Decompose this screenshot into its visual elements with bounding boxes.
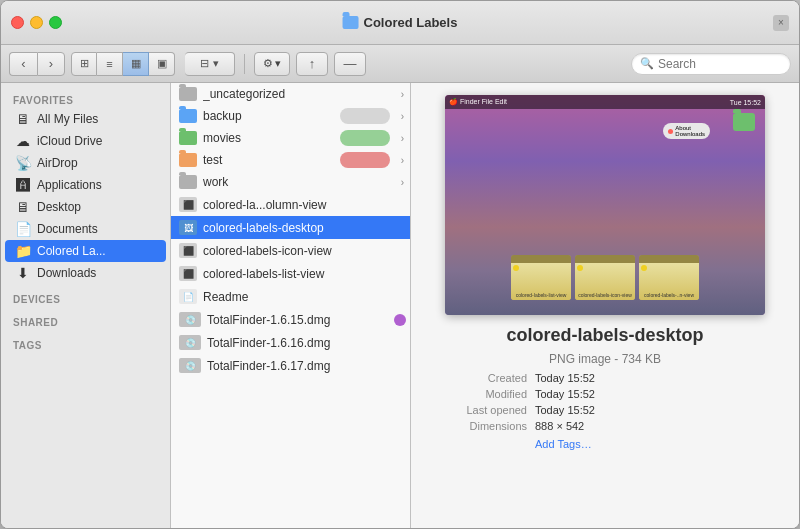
file-name-tf-1617: TotalFinder-1.6.17.dmg xyxy=(207,359,402,373)
sidebar-item-downloads[interactable]: ⬇ Downloads xyxy=(5,262,166,284)
file-item-test[interactable]: test › xyxy=(171,149,410,171)
arrow-icon-uncategorized: › xyxy=(401,89,404,100)
favorites-section-title: Favorites xyxy=(1,91,170,108)
detail-row-dimensions: Dimensions 888 × 542 xyxy=(445,418,765,434)
tab-close-button[interactable]: × xyxy=(773,15,789,31)
view-cover-button[interactable]: ▣ xyxy=(149,52,175,76)
file-icon-tf-1615: 💿 xyxy=(179,312,201,327)
label-dot-tf-1615 xyxy=(394,314,406,326)
search-input[interactable] xyxy=(658,57,782,71)
file-item-tf-1615[interactable]: 💿 TotalFinder-1.6.15.dmg xyxy=(171,308,410,331)
file-item-backup[interactable]: backup › xyxy=(171,105,410,127)
minimize-button[interactable] xyxy=(30,16,43,29)
file-icon-tf-1617: 💿 xyxy=(179,358,201,373)
preview-file-type: PNG image - 734 KB xyxy=(549,352,661,366)
forward-button[interactable]: › xyxy=(37,52,65,76)
about-label: AboutDownloads xyxy=(675,125,705,137)
folder-icon-work xyxy=(179,175,197,189)
file-item-tf-1617[interactable]: 💿 TotalFinder-1.6.17.dmg xyxy=(171,354,410,377)
sidebar-item-airdrop[interactable]: 📡 AirDrop xyxy=(5,152,166,174)
toolbar-separator-1 xyxy=(244,54,245,74)
file-name-colored-list-view: colored-labels-list-view xyxy=(203,267,402,281)
close-button[interactable] xyxy=(11,16,24,29)
file-item-colored-desktop[interactable]: 🖼 colored-labels-desktop xyxy=(171,216,410,239)
thumb-icon-view: colored-labels-icon-view xyxy=(575,255,635,300)
file-item-uncategorized[interactable]: _uncategorized › xyxy=(171,83,410,105)
sidebar-label-applications: Applications xyxy=(37,178,102,192)
documents-icon: 📄 xyxy=(15,221,31,237)
sidebar-label-icloud-drive: iCloud Drive xyxy=(37,134,102,148)
last-opened-label: Last opened xyxy=(445,404,535,416)
maximize-button[interactable] xyxy=(49,16,62,29)
sidebar-item-icloud-drive[interactable]: ☁ iCloud Drive xyxy=(5,130,166,152)
modified-label: Modified xyxy=(445,388,535,400)
thumb-bar-2 xyxy=(575,255,635,263)
action-arrow-icon: ▾ xyxy=(275,57,281,70)
gear-icon: ⚙ xyxy=(263,57,273,70)
airdrop-icon: 📡 xyxy=(15,155,31,171)
sidebar-item-desktop[interactable]: 🖥 Desktop xyxy=(5,196,166,218)
sidebar-label-desktop: Desktop xyxy=(37,200,81,214)
screenshot-desktop-icons xyxy=(733,113,755,131)
arrow-icon-backup: › xyxy=(401,111,404,122)
folder-icon-backup xyxy=(179,109,197,123)
file-name-uncategorized: _uncategorized xyxy=(203,87,402,101)
modified-value: Today 15:52 xyxy=(535,388,595,400)
file-item-readme[interactable]: 📄 Readme xyxy=(171,285,410,308)
menubar-time: Tue 15:52 xyxy=(730,99,761,106)
group-button[interactable]: ⊟ ▾ xyxy=(185,52,235,76)
thumb-content-3: colored-labels-..n-view xyxy=(639,263,699,300)
search-icon: 🔍 xyxy=(640,57,654,70)
sidebar-item-colored-labels[interactable]: 📁 Colored La... xyxy=(5,240,166,262)
file-item-tf-1616[interactable]: 💿 TotalFinder-1.6.16.dmg xyxy=(171,331,410,354)
icloud-drive-icon: ☁ xyxy=(15,133,31,149)
thumbnail-row: colored-labels-list-view colored-labels-… xyxy=(450,255,760,300)
sidebar-item-all-my-files[interactable]: 🖥 All My Files xyxy=(5,108,166,130)
action-button[interactable]: ⚙ ▾ xyxy=(254,52,290,76)
thumb-label-1: colored-labels-list-view xyxy=(511,292,571,298)
file-item-colored-column-view[interactable]: ⬛ colored-la...olumn-view xyxy=(171,193,410,216)
view-column-button[interactable]: ▦ xyxy=(123,52,149,76)
thumb-bar-3 xyxy=(639,255,699,263)
file-item-work[interactable]: work › xyxy=(171,171,410,193)
sidebar-item-documents[interactable]: 📄 Documents xyxy=(5,218,166,240)
arrow-icon-test: › xyxy=(401,155,404,166)
share-button[interactable]: ↑ xyxy=(296,52,328,76)
title-bar: Colored Labels × xyxy=(1,1,799,45)
group-button-area: ⊟ ▾ xyxy=(185,52,235,76)
shared-section-title: Shared xyxy=(1,313,170,330)
arrow-icon-work: › xyxy=(401,177,404,188)
sidebar-item-applications[interactable]: 🅰 Applications xyxy=(5,174,166,196)
back-button[interactable]: ‹ xyxy=(9,52,37,76)
sidebar: Favorites 🖥 All My Files ☁ iCloud Drive … xyxy=(1,83,171,528)
add-tags-row: Add Tags… xyxy=(445,434,765,452)
search-box[interactable]: 🔍 xyxy=(631,53,791,75)
window-folder-icon xyxy=(343,16,359,29)
detail-row-created: Created Today 15:52 xyxy=(445,370,765,386)
file-name-tf-1616: TotalFinder-1.6.16.dmg xyxy=(207,336,402,350)
file-icon-colored-list-view: ⬛ xyxy=(179,266,197,281)
created-value: Today 15:52 xyxy=(535,372,595,384)
file-item-colored-list-view[interactable]: ⬛ colored-labels-list-view xyxy=(171,262,410,285)
view-icon-button[interactable]: ⊞ xyxy=(71,52,97,76)
downloads-icon: ⬇ xyxy=(15,265,31,281)
file-item-colored-icon-view[interactable]: ⬛ colored-labels-icon-view xyxy=(171,239,410,262)
preview-image: 🍎 Finder File Edit Tue 15:52 AboutDownlo… xyxy=(445,95,765,315)
about-dot xyxy=(668,129,673,134)
label-bar-test xyxy=(340,152,390,168)
add-tags-link[interactable]: Add Tags… xyxy=(535,438,592,450)
preview-panel: 🍎 Finder File Edit Tue 15:52 AboutDownlo… xyxy=(411,83,799,528)
window-title-text: Colored Labels xyxy=(364,15,458,30)
thumb-label-3: colored-labels-..n-view xyxy=(639,292,699,298)
file-name-tf-1615: TotalFinder-1.6.15.dmg xyxy=(207,313,402,327)
preview-title: colored-labels-desktop xyxy=(506,325,703,346)
file-item-movies[interactable]: movies › xyxy=(171,127,410,149)
sidebar-label-airdrop: AirDrop xyxy=(37,156,78,170)
sidebar-label-colored-labels: Colored La... xyxy=(37,244,106,258)
file-list: _uncategorized › backup › movies › test xyxy=(171,83,411,528)
path-button[interactable]: — xyxy=(334,52,366,76)
traffic-lights xyxy=(11,16,62,29)
file-name-readme: Readme xyxy=(203,290,402,304)
view-list-button[interactable]: ≡ xyxy=(97,52,123,76)
file-icon-colored-icon-view: ⬛ xyxy=(179,243,197,258)
